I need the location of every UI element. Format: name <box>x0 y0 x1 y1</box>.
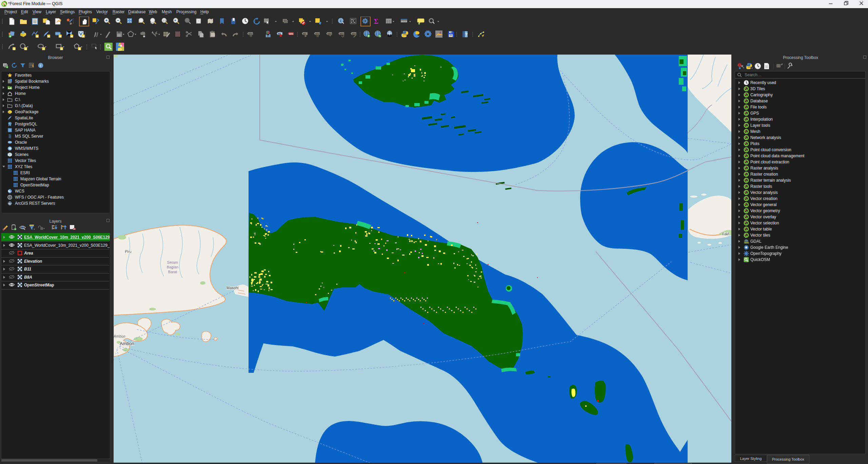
svg-text:?: ? <box>466 32 468 36</box>
svg-text:Barat: Barat <box>168 270 177 274</box>
svg-text:Ambon: Ambon <box>114 334 125 338</box>
svg-text:i: i <box>40 64 41 67</box>
svg-text:Σ: Σ <box>374 18 378 25</box>
svg-text:Bagian: Bagian <box>167 265 178 269</box>
svg-text:abc: abc <box>249 32 253 35</box>
svg-text:abc: abc <box>328 32 332 35</box>
svg-text:a: a <box>70 22 72 25</box>
svg-text:Piru: Piru <box>125 249 132 254</box>
svg-text:Seram: Seram <box>167 260 178 264</box>
svg-text:ab: ab <box>303 32 306 35</box>
svg-text:GDAL: GDAL <box>744 242 749 244</box>
svg-text:abc: abc <box>315 32 320 35</box>
svg-text:Masohi: Masohi <box>226 286 238 290</box>
svg-text:ag: ag <box>8 203 11 205</box>
svg-text:abc: abc <box>289 32 294 35</box>
svg-text:Fakf: Fakf <box>722 232 729 236</box>
svg-text:Ambon: Ambon <box>120 341 134 346</box>
svg-text:1:1: 1:1 <box>163 19 166 22</box>
